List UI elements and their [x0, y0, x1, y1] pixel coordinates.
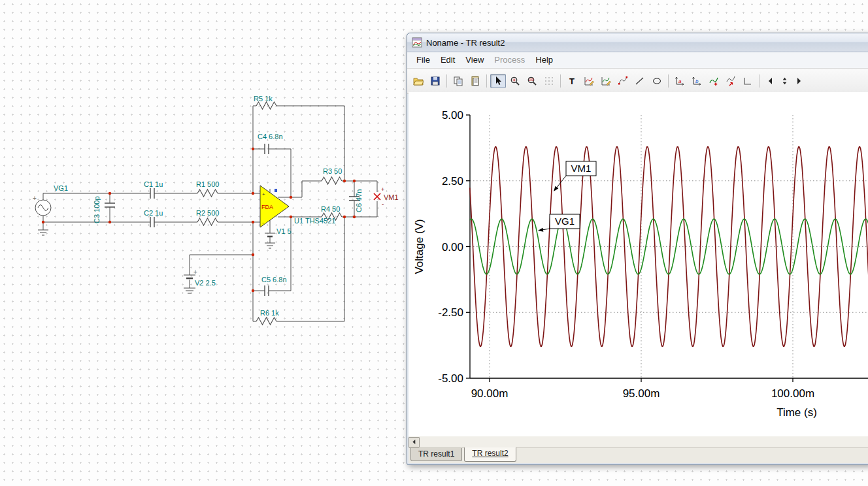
- menu-help[interactable]: Help: [530, 52, 558, 68]
- schematic-label[interactable]: VG1: [54, 184, 68, 192]
- resistor-R5[interactable]: [256, 102, 276, 109]
- open-button[interactable]: [410, 74, 426, 88]
- annotation-arrowhead: [554, 186, 558, 191]
- schematic-label[interactable]: R4 50: [321, 205, 340, 213]
- curve-edit-icon: [584, 76, 594, 86]
- ellipse-tool-icon: [652, 76, 662, 86]
- page-spinner-button[interactable]: [780, 74, 790, 88]
- capacitor-C1[interactable]: [150, 188, 154, 199]
- next-page-button[interactable]: [791, 74, 807, 88]
- line-tool-button[interactable]: [632, 74, 648, 88]
- schematic-label[interactable]: V1 5: [276, 227, 292, 235]
- capacitor-C5[interactable]: [265, 285, 269, 296]
- resistor-R2[interactable]: [197, 218, 218, 225]
- copy-icon: [453, 76, 463, 86]
- text-tool-button[interactable]: T: [564, 74, 580, 88]
- menu-view[interactable]: View: [460, 52, 489, 68]
- ellipse-tool-button[interactable]: [649, 74, 665, 88]
- pointer-icon: [493, 76, 503, 86]
- prev-page-icon: [765, 76, 776, 86]
- schematic-label[interactable]: C4 6.8n: [258, 133, 283, 140]
- add-curve-button[interactable]: [706, 74, 722, 88]
- zoom-100-button[interactable]: 100: [524, 74, 540, 88]
- add-curve-icon: [709, 76, 719, 86]
- angle-icon: [743, 76, 753, 86]
- zoom-100-icon: 100: [527, 76, 537, 86]
- curve-label-text: VM1: [571, 163, 592, 174]
- window-title: Noname - TR result2: [426, 38, 505, 48]
- save-button[interactable]: [427, 74, 443, 88]
- schematic-label[interactable]: C3 100p: [93, 196, 101, 223]
- x-tick-label: 90.00m: [471, 387, 509, 400]
- param-flag-icon: [275, 189, 277, 192]
- tab-tr-result1[interactable]: TR result1: [410, 448, 462, 461]
- curve-style-button[interactable]: [598, 74, 614, 88]
- y-tick-label: 2.50: [442, 175, 463, 187]
- source-VG1[interactable]: [35, 200, 51, 216]
- annotation-arrowhead: [538, 228, 543, 232]
- schematic-label[interactable]: FDA: [261, 204, 273, 210]
- schematic-label[interactable]: C5 6.8n: [261, 276, 287, 284]
- tab-scroll-left-button[interactable]: [409, 437, 420, 447]
- schematic-label[interactable]: C2 1u: [144, 209, 163, 217]
- tr-result-chart: 5.002.500.00-2.50-5.0090.00m95.00m100.00…: [409, 92, 868, 436]
- axis-b-button[interactable]: b: [689, 74, 705, 88]
- x-tick-label: 100.00m: [771, 387, 814, 400]
- capacitor-C2[interactable]: [150, 217, 154, 227]
- tab-label: TR result1: [418, 449, 454, 459]
- tr-result-window: Noname - TR result2 File Edit View Proce…: [407, 33, 868, 465]
- schematic-label[interactable]: U1 THS4521: [294, 217, 335, 225]
- title-bar[interactable]: Noname - TR result2: [407, 33, 868, 52]
- svg-text:a: a: [678, 78, 682, 84]
- curve-edit-button[interactable]: [581, 74, 597, 88]
- voltmeter-VM1[interactable]: [374, 193, 380, 200]
- x-tick-label: 95.00m: [623, 387, 660, 400]
- prev-page-button[interactable]: [763, 74, 778, 88]
- curve-cursor-button[interactable]: [723, 74, 739, 88]
- smooth-curve-button[interactable]: [615, 74, 631, 88]
- pointer-button[interactable]: [490, 74, 506, 88]
- battery-V1[interactable]: [265, 233, 275, 236]
- page-spinner-icon: [780, 76, 789, 86]
- resistor-R6[interactable]: [256, 317, 276, 325]
- tab-tr-result2[interactable]: TR result2: [464, 447, 516, 462]
- capacitor-C4[interactable]: [265, 144, 269, 154]
- curve-cursor-icon: [726, 76, 736, 86]
- schematic-label[interactable]: C1 1u: [144, 180, 163, 188]
- ground-symbols[interactable]: [38, 230, 275, 293]
- resistor-R1[interactable]: [197, 189, 218, 197]
- tab-row: TR result1 TR result2: [409, 448, 868, 463]
- left-arrow-icon: [411, 439, 417, 445]
- schematic-label[interactable]: C6 47n: [355, 189, 363, 212]
- menu-edit[interactable]: Edit: [435, 52, 460, 68]
- angle-button[interactable]: [740, 74, 756, 88]
- toolbar: 100Tab: [407, 69, 868, 94]
- resistor-R3[interactable]: [322, 177, 342, 184]
- schematic-label: +: [33, 195, 37, 202]
- schematic-label[interactable]: R6 1k: [260, 309, 279, 317]
- y-tick-label: -5.00: [438, 372, 463, 385]
- x-axis-title: Time (s): [776, 406, 817, 419]
- schematic-label: +: [381, 186, 384, 193]
- toolbar-separator: [486, 74, 487, 88]
- schematic-label: -: [382, 201, 384, 208]
- schematic-label[interactable]: VM1: [384, 193, 399, 201]
- menu-process[interactable]: Process: [489, 52, 530, 68]
- menu-file[interactable]: File: [411, 52, 435, 68]
- schematic-label[interactable]: R3 50: [323, 167, 342, 175]
- y-tick-label: -2.50: [438, 306, 463, 319]
- y-tick-label: 5.00: [442, 109, 463, 122]
- axis-b-icon: b: [692, 76, 702, 86]
- curve-style-icon: [601, 76, 611, 86]
- copy-button[interactable]: [450, 74, 466, 88]
- paste-button[interactable]: [467, 74, 483, 88]
- schematic-label[interactable]: V2 2.5: [195, 279, 216, 287]
- axis-a-button[interactable]: a: [672, 74, 688, 88]
- zoom-in-button[interactable]: [507, 74, 523, 88]
- schematic-label[interactable]: R1 500: [196, 180, 219, 188]
- schematic-label[interactable]: R2 500: [196, 209, 219, 217]
- grid-button[interactable]: [541, 74, 557, 88]
- tab-label: TR result2: [472, 449, 508, 458]
- schematic-label[interactable]: R5 1k: [254, 95, 273, 103]
- capacitor-C3[interactable]: [105, 203, 115, 207]
